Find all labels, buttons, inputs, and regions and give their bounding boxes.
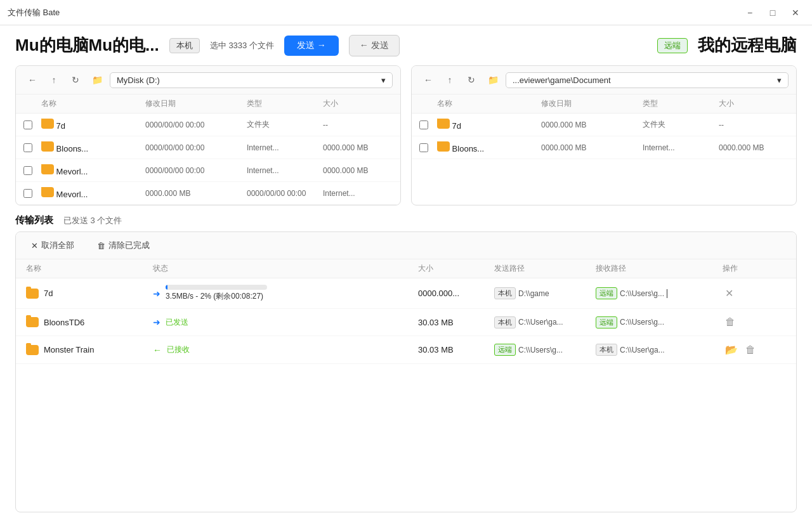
remote-panel-toolbar: ← ↑ ↻ 📁 ...eviewer\game\Document ▾ [412,66,796,94]
delete-transfer-button[interactable]: 🗑 [723,315,738,329]
row-checkbox[interactable] [23,166,32,175]
list-item: BloonsTD6 ➜ 已发送 30.03 MB 本机 C:\\User\ga.… [16,309,796,336]
file-size: 0000.000... [418,289,494,298]
remote-path-chevron: ▾ [777,75,782,85]
file-size: 30.03 MB [418,345,494,354]
transfer-col-send-path: 发送路径 [494,263,596,274]
local-col-date: 修改日期 [145,98,247,109]
cancel-transfer-button[interactable]: ✕ [723,286,736,301]
remote-list-header: 名称 修改日期 类型 大小 [412,94,796,114]
recv-path-text: C:\\User\ga... [620,346,665,354]
recv-path-text: C:\\Users\g... [620,318,664,327]
close-button[interactable]: ✕ [787,4,804,22]
local-path-text: MyDisk (D:) [117,75,160,85]
folder-icon [26,317,39,327]
transfer-status-sending: ➜ 3.5MB/s - 2% (剩余00:08:27) [153,285,418,302]
remote-badge-small: 远端 [596,316,617,328]
local-back-button[interactable]: ← [23,71,41,89]
remote-badge: 远端 [657,38,688,53]
local-folder-button[interactable]: 📁 [88,71,106,89]
transfer-header: 传输列表 已发送 3 个文件 [15,214,797,226]
maximize-button[interactable]: □ [764,4,782,22]
row-checkbox[interactable] [419,120,428,129]
trash-icon: 🗑 [97,241,105,250]
file-size: 30.03 MB [418,318,494,327]
remote-path-text: ...eviewer\game\Document [513,75,611,85]
status-text: 已接收 [167,344,190,355]
send-path: 本机 D:\\game [494,287,596,299]
remote-col-name: 名称 [437,98,541,109]
local-badge-small: 本机 [494,287,516,299]
window-controls: − □ ✕ [741,4,804,22]
table-row: 7d 0000.000 MB 文件夹 -- [412,114,796,136]
local-col-size: 大小 [323,98,393,109]
selection-count: 选中 3333 个文件 [210,40,274,51]
main-content: Mu的电脑Mu的电... 本机 选中 3333 个文件 发送 → ← 发送 远端… [0,25,812,520]
list-item: Monster Train ← 已接收 30.03 MB 远端 C:\\User… [16,336,796,364]
local-list-header: 名称 修改日期 类型 大小 [16,94,400,114]
table-row: Bloons... 0000.000 MB Internet... 0000.0… [412,136,796,159]
action-cell: 📂 🗑 [723,342,786,357]
receive-button[interactable]: ← 发送 [349,35,400,56]
local-col-name: 名称 [41,98,145,109]
local-computer-title: Mu的电脑Mu的电... [15,34,159,56]
list-item: 7d ➜ 3.5MB/s - 2% (剩余00:08:27) 0000 [16,278,796,309]
remote-path-selector[interactable]: ...eviewer\game\Document ▾ [506,72,789,88]
transfer-col-recv-path: 接收路径 [596,263,723,274]
delete-transfer-button[interactable]: 🗑 [743,343,758,357]
transfer-file-7d: 7d [26,289,153,299]
recv-path: 本机 C:\\User\ga... [596,344,723,356]
recv-path: 远端 C:\\Users\g... [596,316,723,328]
send-path-text: C:\\Users\g... [518,346,563,354]
remote-file-panel: ← ↑ ↻ 📁 ...eviewer\game\Document ▾ 名称 修改… [411,65,797,205]
minimize-button[interactable]: − [741,4,759,22]
transfer-col-name: 名称 [26,263,153,274]
file-name-text: BloonsTD6 [44,318,84,327]
remote-refresh-button[interactable]: ↻ [462,71,480,89]
transfer-col-status: 状态 [153,263,418,274]
table-row: Mevorl... 0000/00/00 00:00 Internet... 0… [16,159,400,182]
send-button[interactable]: 发送 → [284,36,339,56]
local-file-list: 7d 0000/00/00 00:00 文件夹 -- Bloons... 000… [16,114,400,205]
transfer-status-sent: ➜ 已发送 [153,317,418,328]
transfer-col-action: 操作 [723,263,786,274]
status-text: 3.5MB/s - 2% (剩余00:08:27) [166,291,267,302]
local-up-button[interactable]: ↑ [45,71,63,89]
remote-col-type: 类型 [643,98,719,109]
row-checkbox[interactable] [23,143,32,152]
local-refresh-button[interactable]: ↻ [67,71,84,89]
cancel-icon: ✕ [31,241,38,250]
send-path: 本机 C:\\User\ga... [494,316,596,328]
transfer-list-body: 7d ➜ 3.5MB/s - 2% (剩余00:08:27) 0000 [16,278,796,512]
row-checkbox[interactable] [23,189,32,198]
cancel-all-button[interactable]: ✕ 取消全部 [26,237,79,254]
remote-col-date: 修改日期 [541,98,643,109]
clear-done-button[interactable]: 🗑 清除已完成 [92,237,155,254]
remote-badge-small: 远端 [494,344,516,356]
local-path-chevron: ▾ [381,75,386,85]
local-path-selector[interactable]: MyDisk (D:) ▾ [110,72,393,88]
row-checkbox[interactable] [419,143,428,152]
remote-up-button[interactable]: ↑ [441,71,459,89]
open-folder-button[interactable]: 📂 [723,342,740,357]
send-path-text: D:\\game [518,289,549,298]
arrow-right-icon: ➜ [153,289,160,299]
remote-folder-button[interactable]: 📁 [484,71,502,89]
panels-row: ← ↑ ↻ 📁 MyDisk (D:) ▾ 名称 修改日期 类型 大小 [0,65,812,205]
row-checkbox[interactable] [23,120,32,129]
folder-icon [26,345,39,355]
remote-badge-small: 远端 [596,287,617,299]
transfer-panel-toolbar: ✕ 取消全部 🗑 清除已完成 [16,232,796,259]
cancel-all-label: 取消全部 [41,240,74,251]
status-text: 已发送 [166,317,188,328]
transfer-title: 传输列表 [15,214,53,226]
clear-done-label: 清除已完成 [108,240,150,251]
remote-col-size: 大小 [719,98,789,109]
remote-back-button[interactable]: ← [419,71,437,89]
local-badge-small: 本机 [596,344,617,356]
transfer-section: 传输列表 已发送 3 个文件 ✕ 取消全部 🗑 清除已完成 名称 状态 [0,214,812,520]
recv-path-text: C:\\Users\g... [620,289,664,298]
recv-path: 远端 C:\\Users\g... [596,287,723,299]
arrow-left-icon: ← [153,345,162,355]
table-row: Bloons... 0000/00/00 00:00 Internet... 0… [16,136,400,159]
